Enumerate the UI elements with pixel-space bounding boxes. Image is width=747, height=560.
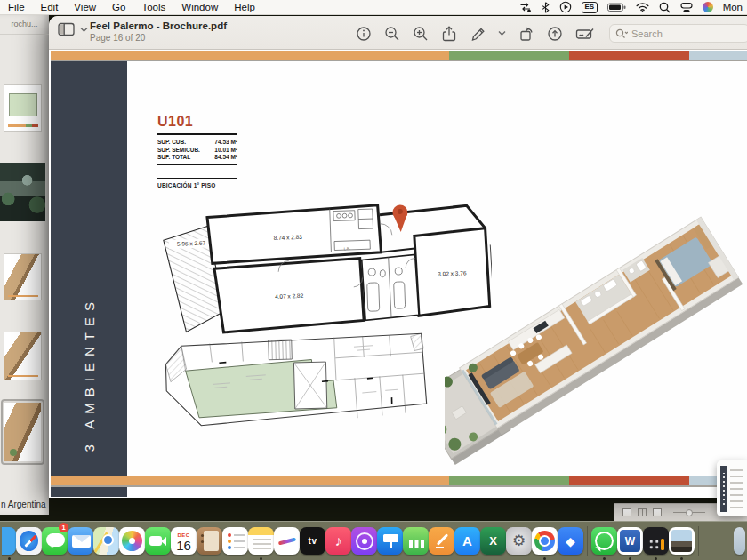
dock-item-calculator[interactable] xyxy=(643,522,669,560)
dock-item-calendar[interactable]: DEC16 xyxy=(171,522,197,560)
dock-item-chrome[interactable] xyxy=(532,522,558,560)
keynote-icon xyxy=(377,527,403,555)
dock-item-contacts[interactable] xyxy=(197,522,222,560)
info-button[interactable] xyxy=(356,26,372,42)
fill-sign-button[interactable] xyxy=(575,26,595,42)
dock-item-word[interactable]: W xyxy=(617,522,643,560)
apple-tv-icon: tv xyxy=(300,527,325,555)
page-thumbnail-photo[interactable] xyxy=(0,163,45,221)
messages-badge: 1 xyxy=(59,523,68,532)
page-thumbnail-selected[interactable] xyxy=(1,399,44,465)
page-thumbnail-render-2[interactable] xyxy=(4,332,42,380)
page-thumbnail-render-1[interactable] xyxy=(4,253,42,300)
menu-help[interactable]: Help xyxy=(226,0,263,15)
dock-item-appstore[interactable]: A xyxy=(454,522,480,560)
dropbox-icon: ◆ xyxy=(558,527,583,555)
unit-type-vertical-label: 3 AMBIENTES xyxy=(82,296,97,452)
battery-icon[interactable] xyxy=(607,3,626,12)
dock-item-pages[interactable] xyxy=(429,522,454,560)
share-button[interactable] xyxy=(441,26,457,42)
spec-row-total: SUP. TOTAL 84.54 M² xyxy=(157,154,237,162)
highlight-pointer-button[interactable] xyxy=(547,26,563,42)
freeform-icon xyxy=(274,527,300,555)
spotlight-search-icon[interactable] xyxy=(659,2,671,13)
search-icon xyxy=(615,28,628,39)
view-mode-icon-1[interactable] xyxy=(622,508,631,516)
markup-pencil-button[interactable] xyxy=(470,26,486,42)
dock-item-whatsapp[interactable] xyxy=(591,522,617,560)
dock-item-tv[interactable]: tv xyxy=(300,522,325,560)
markup-chevron-icon[interactable] xyxy=(498,30,506,36)
dock-item-mail[interactable] xyxy=(68,522,93,560)
rule-thick xyxy=(157,133,237,135)
color-bar-orange xyxy=(51,51,449,60)
menu-go[interactable]: Go xyxy=(104,0,133,15)
zoom-slider[interactable] xyxy=(673,512,705,514)
zoom-out-button[interactable] xyxy=(384,26,400,42)
search-field[interactable] xyxy=(609,24,747,43)
preview-dark-band xyxy=(720,466,727,512)
numbers-icon xyxy=(403,527,429,555)
control-center-icon[interactable] xyxy=(680,2,693,13)
background-window-strip: rochu... n Argentina xyxy=(0,15,49,515)
dock-divider-2 xyxy=(698,526,699,556)
keyboard-layout-badge[interactable]: ES xyxy=(582,2,598,13)
living-dimension: 8.74 x 2.83 xyxy=(274,234,303,241)
chrome-icon xyxy=(532,527,558,555)
unit-floor-plan: 5.96 x 2.67 8.74 x 2.83 4.07 x 2.82 3.02… xyxy=(156,199,492,334)
color-bar-blue xyxy=(689,51,747,60)
dock-item-notes[interactable] xyxy=(248,522,274,560)
dock-item-safari[interactable] xyxy=(16,522,42,560)
dock-item-freeform[interactable] xyxy=(274,522,300,560)
view-mode-icon-3[interactable] xyxy=(653,508,662,516)
dock-item-numbers[interactable] xyxy=(403,522,429,560)
bathrooms xyxy=(362,254,419,320)
dock-item-facetime[interactable] xyxy=(145,522,171,560)
menu-clock[interactable]: Mon xyxy=(723,2,743,12)
finder-icon xyxy=(2,527,16,555)
spec-row-semicubierta: SUP. SEMICUB. 10.01 M² xyxy=(157,147,237,155)
dock-item-reminders[interactable] xyxy=(222,522,248,560)
dock-item-dropbox[interactable]: ◆ xyxy=(558,522,583,560)
dock-item-music[interactable]: ♪ xyxy=(325,522,351,560)
dock-item-folder[interactable] xyxy=(734,522,745,560)
page-thumbnail-plan[interactable] xyxy=(4,84,42,132)
sidebar-chevron-icon[interactable] xyxy=(80,27,88,33)
input-switch-icon[interactable] xyxy=(519,2,532,13)
top-bar-underline xyxy=(51,60,747,61)
dock-item-finder[interactable] xyxy=(2,522,16,560)
menu-view[interactable]: View xyxy=(66,0,104,15)
mail-icon xyxy=(68,527,93,555)
rotate-button[interactable] xyxy=(518,26,534,42)
app-store-icon: A xyxy=(454,527,480,555)
dock-item-preview-photo[interactable] xyxy=(669,522,695,560)
apartment-3d-render xyxy=(445,203,747,469)
sidebar-toggle-button[interactable] xyxy=(58,22,77,37)
bottom-color-bar xyxy=(51,476,747,485)
pdf-page: 3 AMBIENTES U101 SUP. CUB. 74.53 M² SUP.… xyxy=(49,50,747,497)
menu-file[interactable]: File xyxy=(0,0,33,15)
bluetooth-icon[interactable] xyxy=(542,2,550,13)
building-floor-plan xyxy=(157,332,431,432)
menu-window[interactable]: Window xyxy=(173,0,226,15)
dock-item-podcasts[interactable] xyxy=(351,522,377,560)
dock-item-settings[interactable]: ⚙ xyxy=(506,522,532,560)
menu-edit[interactable]: Edit xyxy=(33,0,67,15)
menu-tools[interactable]: Tools xyxy=(133,0,173,15)
search-input[interactable] xyxy=(631,28,729,39)
dock-item-messages[interactable]: 1 xyxy=(42,522,68,560)
dock: 1 DEC16 tv ♪ A X ⚙ ◆ W xyxy=(0,521,747,560)
zoom-in-button[interactable] xyxy=(413,26,429,42)
dock-item-maps[interactable] xyxy=(93,522,119,560)
selected-thumbnail-image xyxy=(4,403,41,461)
dock-item-keynote[interactable] xyxy=(377,522,403,560)
dock-item-excel[interactable]: X xyxy=(480,522,506,560)
unit-info-block: U101 SUP. CUB. 74.53 M² SUP. SEMICUB. 10… xyxy=(157,114,237,188)
user-app-status-icon[interactable] xyxy=(703,2,713,12)
wifi-icon[interactable] xyxy=(636,3,649,12)
whatsapp-icon xyxy=(591,527,617,555)
floating-page-preview[interactable] xyxy=(717,460,747,516)
view-mode-icon-2[interactable] xyxy=(638,508,647,516)
play-status-icon[interactable] xyxy=(559,1,572,13)
dock-item-photos[interactable] xyxy=(119,522,145,560)
